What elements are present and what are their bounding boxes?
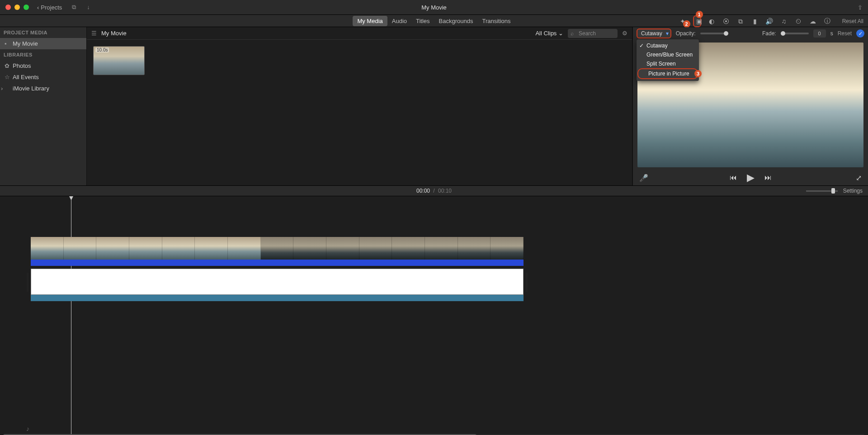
menu-item-cutaway[interactable]: Cutaway [637,41,699,50]
browser-breadcrumb: My Movie [101,30,127,37]
step-badge-2: 2 [683,20,690,28]
search-input[interactable]: Search [568,29,618,38]
overlay-controls-bar: Cutaway Cutaway Green/Blue Screen Split … [633,27,868,40]
crop-icon[interactable]: ⧉ [736,18,745,25]
color-balance-icon[interactable]: ◐ [708,18,716,25]
tab-audio[interactable]: Audio [387,16,411,26]
window-controls [5,5,29,10]
color-correction-icon[interactable]: ⦿ [722,18,730,25]
video-overlay-settings-icon[interactable]: ▣1 [693,15,701,27]
fade-slider[interactable] [781,33,809,34]
share-icon[interactable]: ⇪ [858,4,863,11]
main-tabs-bar: My Media Audio Titles Backgrounds Transi… [0,14,868,27]
volume-icon[interactable]: 🔊 [765,18,774,25]
clips-filter-dropdown[interactable]: All Clips ⌄ [535,30,563,37]
play-icon[interactable]: ▶ [747,172,755,184]
timeline-zoom-slider[interactable] [806,190,838,192]
apply-button[interactable]: ✓ [856,29,864,38]
clip-duration-label: 10.0s [95,47,109,52]
download-icon[interactable]: ↓ [87,4,90,11]
audio-track-2[interactable] [31,295,524,301]
step-badge-1: 1 [696,11,703,18]
timeline-header: 00:00 / 00:10 Settings [0,185,868,196]
project-icon: ▪ [5,40,7,47]
reset-all-button[interactable]: Reset All [842,18,863,24]
projects-label: Projects [41,4,62,11]
sidebar-toggle-icon[interactable]: ☰ [91,30,97,37]
events-icon: ☆ [5,74,10,80]
photos-icon: ✿ [5,62,9,69]
menu-item-split-screen[interactable]: Split Screen [637,59,699,68]
fade-unit-label: s [830,30,833,37]
video-track-1[interactable] [31,237,524,260]
window-title: My Movie [421,4,447,11]
menu-item-green-blue-screen[interactable]: Green/Blue Screen [637,50,699,59]
opacity-slider[interactable] [700,33,728,34]
tab-titles[interactable]: Titles [411,16,434,26]
sidebar: PROJECT MEDIA ▪My Movie LIBRARIES ✿Photo… [0,27,87,185]
viewer-panel: Cutaway Cutaway Green/Blue Screen Split … [633,27,868,185]
step-badge-3: 3 [694,70,702,77]
fade-value-field[interactable]: 0 [813,29,826,38]
playback-controls: 🎤 ⏮ ▶ ⏭ ⤢ [633,170,868,185]
chevron-left-icon: ‹ [37,4,39,11]
chevron-right-icon: › [1,85,3,92]
sidebar-section-libraries: LIBRARIES [0,49,86,60]
speed-icon[interactable]: ⏲ [794,18,802,25]
tab-backgrounds[interactable]: Backgrounds [434,16,478,26]
next-frame-icon[interactable]: ⏭ [764,174,772,182]
media-browser: ☰ My Movie All Clips ⌄ Search ⚙ 10.0s [87,27,632,185]
sidebar-section-project-media: PROJECT MEDIA [0,27,86,38]
info-icon[interactable]: ⓘ [823,17,831,25]
playhead[interactable] [71,196,71,435]
media-clip-thumbnail[interactable]: 10.0s [93,46,145,75]
voiceover-mic-icon[interactable]: 🎤 [639,174,648,182]
window-titlebar: ‹ Projects ⧉ ↓ My Movie ⇪ [0,0,868,14]
gear-icon[interactable]: ⚙ [622,30,627,37]
current-time: 00:00 [416,188,430,194]
clip-filter-icon[interactable]: ☁ [809,18,817,25]
menu-item-picture-in-picture[interactable]: Picture in Picture3 [637,68,698,79]
tab-transitions[interactable]: Transitions [477,16,515,26]
noise-reduction-icon[interactable]: ♫ [780,18,788,25]
adjustment-toolbar: ✦2 ▣1 ◐ ⦿ ⧉ ▮ 🔊 ♫ ⏲ ☁ ⓘ Reset All [679,15,868,28]
minimize-window-icon[interactable] [14,5,20,10]
timeline[interactable]: ♪ [0,196,868,435]
video-track-2[interactable] [31,269,524,295]
music-track-icon: ♪ [26,425,29,432]
timeline-settings-button[interactable]: Settings [843,188,863,194]
overlay-dropdown-menu: Cutaway Green/Blue Screen Split Screen P… [637,39,699,81]
sidebar-item-all-events[interactable]: ☆All Events [0,71,86,83]
sidebar-item-photos[interactable]: ✿Photos [0,60,86,71]
stabilization-icon[interactable]: ▮ [751,18,759,25]
magic-wand-icon[interactable]: ✦2 [679,18,687,25]
import-media-icon[interactable]: ⧉ [72,4,76,11]
back-to-projects-button[interactable]: ‹ Projects [37,4,62,11]
previous-frame-icon[interactable]: ⏮ [730,174,737,182]
sidebar-item-imovie-library[interactable]: ›iMovie Library [0,83,86,94]
opacity-label: Opacity: [676,30,696,37]
sidebar-item-my-movie[interactable]: ▪My Movie [0,38,86,49]
timeline-timecode: 00:00 / 00:10 [416,188,452,194]
fade-label: Fade: [762,30,776,37]
audio-track-1[interactable] [31,260,524,266]
tab-my-media[interactable]: My Media [353,16,387,26]
overlay-type-dropdown[interactable]: Cutaway [637,28,671,38]
total-time: 00:10 [438,188,452,194]
reset-button[interactable]: Reset [838,30,852,37]
fullscreen-window-icon[interactable] [24,5,29,10]
close-window-icon[interactable] [5,5,11,10]
fullscreen-icon[interactable]: ⤢ [856,174,862,182]
